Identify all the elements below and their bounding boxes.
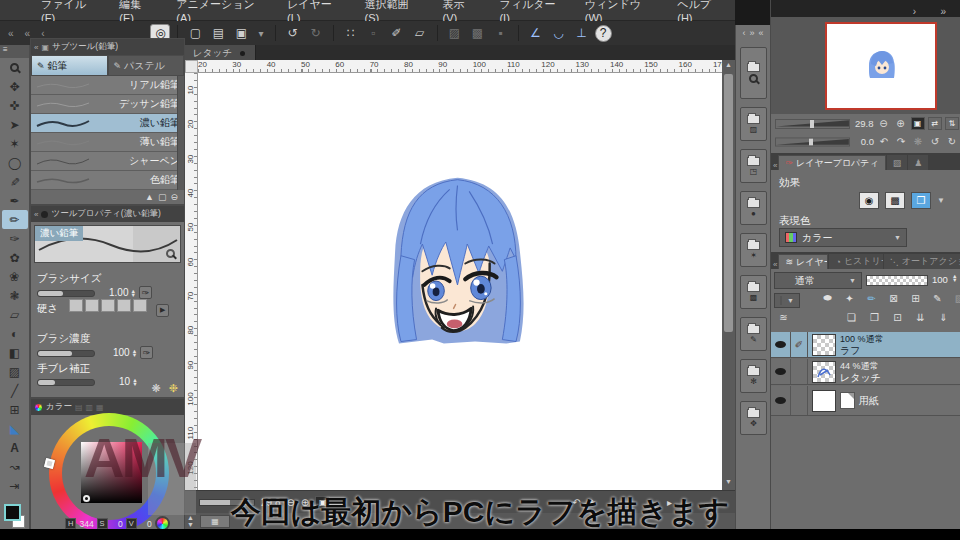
reference-layer-icon[interactable]: [841, 293, 858, 304]
dock-transform-folder[interactable]: [740, 233, 767, 267]
layer-color-effect-icon[interactable]: [911, 192, 931, 209]
subtool-scrollbar[interactable]: [177, 76, 184, 190]
open-file-icon[interactable]: [208, 24, 228, 42]
color-history-tab-icon[interactable]: [96, 403, 104, 412]
eraser-tool[interactable]: [2, 305, 28, 324]
tab-tone[interactable]: [887, 155, 908, 170]
brush-tool[interactable]: [2, 229, 28, 248]
nav-actual-size-icon[interactable]: [911, 117, 925, 130]
canvas-vertical-scrollbar[interactable]: [722, 60, 735, 490]
enable-mask-icon[interactable]: [929, 293, 946, 304]
new-file-icon[interactable]: [185, 24, 205, 42]
nav-rotate-left-icon[interactable]: [877, 136, 891, 147]
tab-layer[interactable]: レイヤー: [778, 254, 828, 269]
nav-zoom-out-icon[interactable]: [876, 118, 890, 129]
scroll-down-icon[interactable]: [722, 478, 735, 489]
merge-down-icon[interactable]: [935, 312, 952, 323]
deselect-icon[interactable]: [341, 24, 361, 42]
collapse-left-icon[interactable]: [4, 28, 18, 39]
selection-tool[interactable]: [2, 153, 28, 172]
main-color-swatch[interactable]: [4, 504, 21, 521]
border-effect-icon[interactable]: [859, 192, 879, 209]
watercolor-tool[interactable]: [2, 248, 28, 267]
tab-pastel[interactable]: パステル: [108, 55, 185, 76]
delete-subtool-icon[interactable]: [170, 192, 178, 202]
visibility-cell[interactable]: [771, 386, 791, 415]
menu-window[interactable]: ウィンドウ(W): [574, 0, 667, 24]
hardness-step-1[interactable]: [69, 299, 83, 312]
scroll-left-icon[interactable]: [37, 28, 48, 39]
layer-thumbnail[interactable]: [812, 390, 836, 412]
eyedropper-tool[interactable]: [2, 172, 28, 191]
layer-row-rough[interactable]: 100 %通常 ラフ: [771, 332, 960, 358]
density-slider[interactable]: [37, 350, 95, 357]
dock-image-folder[interactable]: [740, 107, 767, 141]
zoom-tool[interactable]: [2, 58, 28, 77]
brush-size-slider[interactable]: [37, 290, 95, 297]
layer-thumbnail[interactable]: [812, 334, 836, 356]
flip-horizontal-icon[interactable]: [928, 117, 942, 130]
color-slider-tab-icon[interactable]: [85, 403, 93, 412]
panel-collapse-icon[interactable]: [34, 43, 38, 52]
lock-layer-icon[interactable]: [885, 293, 902, 304]
layer-name[interactable]: レタッチ: [840, 372, 881, 383]
navigator-zoom-slider[interactable]: [775, 119, 850, 129]
dock-collapse-icon[interactable]: [759, 28, 764, 38]
navigator-preview[interactable]: [771, 17, 960, 114]
pen-tool[interactable]: [2, 191, 28, 210]
stabilization-stepper[interactable]: [132, 378, 137, 386]
collapse-left2-icon[interactable]: [21, 28, 35, 39]
menu-file[interactable]: ファイル(F): [30, 0, 108, 24]
lock-icon[interactable]: [145, 192, 154, 202]
lock-transparent-icon[interactable]: [907, 293, 924, 304]
nav-reset-left-icon[interactable]: [928, 136, 942, 147]
panel-collapse-icon[interactable]: [773, 161, 777, 170]
save-dropdown-icon[interactable]: [254, 28, 267, 39]
gradient-tool[interactable]: [2, 362, 28, 381]
transfer-down-icon[interactable]: [912, 312, 929, 323]
timeline-tool[interactable]: [2, 476, 28, 495]
blend-tool[interactable]: [2, 324, 28, 343]
figure-tool[interactable]: [2, 381, 28, 400]
density-stepper[interactable]: [132, 349, 137, 357]
nav-rotate-right-icon[interactable]: [894, 136, 908, 147]
new-subtool-icon[interactable]: [158, 192, 167, 202]
subtool-item-light-pencil[interactable]: 薄い鉛筆: [31, 133, 184, 152]
panel-collapse-icon[interactable]: [773, 260, 777, 269]
settings-gear-icon[interactable]: [152, 382, 161, 395]
visibility-cell[interactable]: [771, 332, 791, 357]
dock-pose-folder[interactable]: [740, 359, 767, 393]
text-tool[interactable]: [2, 438, 28, 457]
nav-reset-right-icon[interactable]: [945, 136, 959, 147]
menu-view[interactable]: 表示(V): [432, 0, 489, 24]
snap-to-grid-icon[interactable]: [572, 24, 592, 42]
flip-vertical-icon[interactable]: [945, 117, 959, 130]
layer-row-paper[interactable]: 用紙: [771, 386, 960, 416]
frame-border-tool[interactable]: [2, 400, 28, 419]
line-correction-tool[interactable]: [2, 457, 28, 476]
tab-auto-action[interactable]: オートアクション: [884, 254, 960, 269]
subtool-item-dark-pencil[interactable]: 濃い鉛筆: [31, 114, 184, 133]
effect-more-icon[interactable]: [937, 196, 945, 205]
visibility-cell[interactable]: [771, 359, 791, 384]
menu-layer[interactable]: レイヤー(L): [276, 0, 353, 24]
move-tool[interactable]: [2, 96, 28, 115]
help-icon[interactable]: [595, 25, 612, 42]
stabilization-slider[interactable]: [37, 379, 95, 386]
layer-name[interactable]: 用紙: [859, 395, 879, 406]
save-file-icon[interactable]: [231, 24, 251, 42]
dock-prev-icon[interactable]: [742, 28, 745, 38]
hardness-more-icon[interactable]: [156, 304, 169, 317]
palette-color-dropdown[interactable]: [774, 293, 800, 308]
tone-effect-icon[interactable]: [885, 192, 905, 209]
hardness-step-5[interactable]: [133, 299, 147, 312]
canvas-tab[interactable]: レタッチ: [185, 45, 256, 60]
fill-tool[interactable]: [2, 343, 28, 362]
new-folder-icon[interactable]: [866, 312, 883, 323]
opacity-slider[interactable]: [866, 275, 928, 286]
brush-size-stepper[interactable]: [130, 289, 135, 297]
tab-history[interactable]: ヒストリー: [829, 254, 882, 269]
panel-collapse-icon[interactable]: [34, 210, 38, 219]
layer-row-retouch[interactable]: 44 %通常 レタッチ: [771, 359, 960, 385]
duplicate-layer-icon[interactable]: [889, 312, 906, 323]
